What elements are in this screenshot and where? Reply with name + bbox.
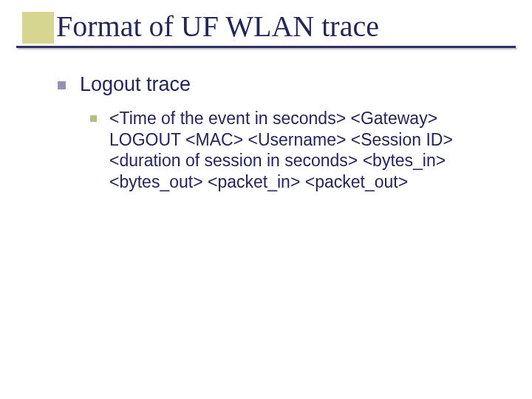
title-underline <box>16 46 516 48</box>
title-block: Format of UF WLAN trace <box>0 0 532 43</box>
bullet-level2: <Time of the event in seconds> <Gateway>… <box>90 108 479 193</box>
slide-title: Format of UF WLAN trace <box>56 10 532 43</box>
level2-text: <Time of the event in seconds> <Gateway>… <box>109 109 453 191</box>
level1-text: Logout trace <box>80 73 191 95</box>
bullet-level1: Logout trace <box>58 72 510 98</box>
square-bullet-icon <box>90 115 97 122</box>
slide: Format of UF WLAN trace Logout trace <Ti… <box>0 0 532 399</box>
square-bullet-icon <box>58 81 66 89</box>
title-accent-square <box>22 12 54 44</box>
slide-body: Logout trace <Time of the event in secon… <box>0 43 532 193</box>
